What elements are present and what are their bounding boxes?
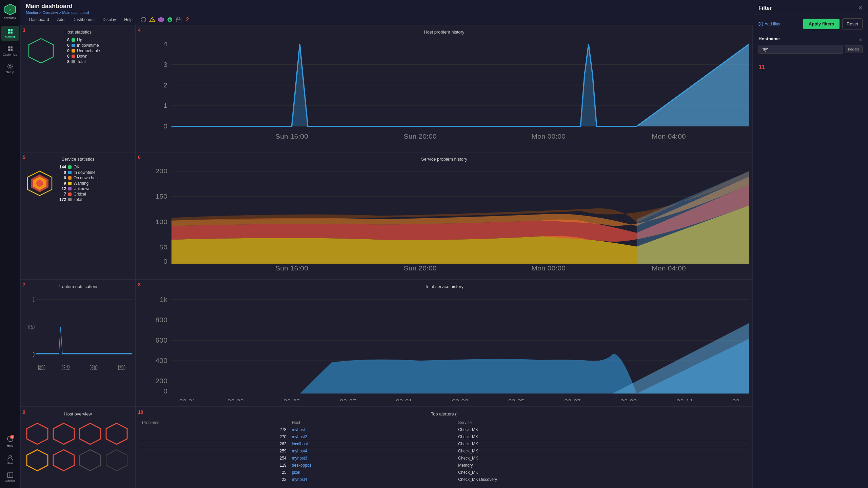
total-service-svg: 1k 800 600 400 200 0 02-21 02-23 02-25 0… bbox=[139, 292, 749, 401]
svg-text:0: 0 bbox=[33, 350, 35, 358]
svg-text:03-03: 03-03 bbox=[452, 398, 468, 401]
sidebar-item-setup[interactable]: Setup bbox=[1, 61, 19, 76]
alerter-service: Check_MK bbox=[455, 441, 749, 448]
monitor-icon bbox=[7, 28, 14, 35]
svg-rect-5 bbox=[11, 32, 13, 34]
svg-marker-97 bbox=[106, 450, 127, 471]
sidebar-item-help[interactable]: ? 6 Help bbox=[1, 433, 19, 449]
hostname-filter-section: Hostname ✕ negate bbox=[753, 33, 868, 57]
nav-icon-green[interactable]: ▶ bbox=[166, 16, 173, 23]
sidebar-item-monitor[interactable]: Monitor bbox=[1, 26, 19, 41]
svc-num-unknown: 12 bbox=[57, 186, 66, 191]
apply-filters-button[interactable]: Apply filters bbox=[803, 19, 840, 29]
alerter-row: 254 myhost3 Check_MK bbox=[139, 455, 749, 462]
host-hex-7[interactable] bbox=[78, 448, 102, 472]
nav-dashboards[interactable]: Dashboards bbox=[69, 16, 98, 23]
alerters-header-row: Problems Host Service bbox=[139, 419, 749, 426]
host-hex-2[interactable] bbox=[52, 422, 76, 446]
alerter-row: 119 deskoppc1 Memory bbox=[139, 462, 749, 469]
svg-text:Sun 16:00: Sun 16:00 bbox=[275, 265, 308, 272]
logo-area: ✓ checkmk bbox=[4, 3, 16, 20]
alerter-host[interactable]: myhost4 bbox=[289, 448, 455, 455]
nav-display[interactable]: Display bbox=[99, 16, 119, 23]
svg-text:03-07: 03-07 bbox=[564, 398, 580, 401]
svg-marker-26 bbox=[29, 39, 53, 63]
filter-close-button[interactable]: ✕ bbox=[858, 5, 863, 11]
service-hex-icon bbox=[26, 170, 53, 197]
alerter-host[interactable]: localhost bbox=[289, 441, 455, 448]
svg-text:800: 800 bbox=[155, 316, 167, 324]
add-filter-button[interactable]: Add filter bbox=[758, 22, 781, 26]
svc-label-ok: OK bbox=[74, 165, 79, 169]
widget-num-9: 9 bbox=[23, 409, 25, 415]
sidebar-item-label: Monitor bbox=[5, 35, 15, 39]
svg-text:600: 600 bbox=[155, 336, 167, 344]
widget-host-history: 4 Host problem history 4 3 2 1 0 bbox=[136, 25, 753, 152]
help-badge-count: 6 bbox=[10, 435, 14, 439]
host-hex-6[interactable] bbox=[52, 448, 76, 472]
hostname-filter-close[interactable]: ✕ bbox=[859, 37, 863, 43]
breadcrumb: Monitor > Overview > Main dashboard bbox=[26, 11, 89, 15]
host-hex-5[interactable] bbox=[25, 448, 49, 472]
page-title: Main dashboard bbox=[26, 3, 73, 10]
svg-marker-93 bbox=[106, 423, 127, 444]
svc-label-ondownhost: On down host bbox=[74, 176, 99, 180]
nav-icon-circle[interactable] bbox=[140, 16, 147, 23]
nav-icon-warning[interactable]: ! bbox=[149, 16, 156, 23]
alerter-host[interactable]: deskoppc1 bbox=[289, 462, 455, 469]
svg-text:03-01: 03-01 bbox=[396, 398, 412, 401]
alerter-problems: 278 bbox=[139, 426, 289, 433]
sidebar-item-user[interactable]: User bbox=[1, 452, 19, 467]
nav-icon-calendar[interactable] bbox=[175, 16, 182, 23]
nav-add[interactable]: Add bbox=[54, 16, 68, 23]
alerter-row: 262 localhost Check_MK bbox=[139, 441, 749, 448]
stat-label-total: Total bbox=[77, 59, 85, 64]
filter-actions: Add filter Apply filters Reset bbox=[753, 15, 868, 33]
host-hex-8[interactable] bbox=[105, 448, 129, 472]
sidebar-item-customize[interactable]: Customize bbox=[1, 43, 19, 58]
svg-text:200: 200 bbox=[155, 168, 167, 175]
hostname-input-row: negate bbox=[758, 45, 863, 54]
filter-header: Filter ✕ bbox=[753, 0, 868, 15]
col-host: Host bbox=[289, 419, 455, 426]
stat-label-up: Up bbox=[77, 38, 82, 42]
sidebar-item-label-customize: Customize bbox=[3, 53, 17, 56]
svg-point-16 bbox=[141, 17, 146, 22]
svg-text:200: 200 bbox=[155, 377, 167, 385]
widget-num-7: 7 bbox=[23, 282, 25, 287]
svc-row-critical: 7 Critical bbox=[57, 191, 130, 197]
col-service: Service bbox=[455, 419, 749, 426]
svg-text:Sun 20:00: Sun 20:00 bbox=[403, 265, 436, 272]
alerter-host[interactable]: myhost3 bbox=[289, 455, 455, 462]
negate-button[interactable]: negate bbox=[845, 45, 863, 53]
alerter-host[interactable]: myhost bbox=[289, 426, 455, 433]
nav-help[interactable]: Help bbox=[121, 16, 136, 23]
reset-button[interactable]: Reset bbox=[842, 18, 863, 29]
alerter-problems: 262 bbox=[139, 441, 289, 448]
nav-icon-purple[interactable] bbox=[158, 16, 164, 23]
svg-text:03-: 03- bbox=[732, 398, 742, 401]
svg-text:03-09: 03-09 bbox=[620, 398, 637, 401]
nav-dashboard[interactable]: Dashboard bbox=[26, 16, 53, 23]
widget-num-5: 5 bbox=[23, 155, 25, 160]
svc-label-warning: Warning bbox=[74, 181, 88, 186]
alerter-service: Check_MK bbox=[455, 455, 749, 462]
nav-icon-number2[interactable]: 2 bbox=[184, 16, 191, 23]
stat-num-down: 0 bbox=[60, 54, 70, 59]
host-overview-hexagons bbox=[24, 419, 132, 475]
alerter-host[interactable]: pixel bbox=[289, 469, 455, 476]
widget-total-service: 8 Total service history 1k 800 600 400 2… bbox=[136, 280, 753, 407]
hostname-input[interactable] bbox=[758, 45, 843, 54]
alerter-row: 25 pixel Check_MK bbox=[139, 469, 749, 476]
host-hex-3[interactable] bbox=[78, 422, 102, 446]
svg-rect-7 bbox=[11, 46, 13, 48]
alerter-host[interactable]: myhost2 bbox=[289, 433, 455, 441]
host-hex-4[interactable] bbox=[105, 422, 129, 446]
svg-marker-95 bbox=[53, 450, 74, 471]
host-hex-1[interactable] bbox=[25, 422, 49, 446]
alerter-host[interactable]: myhost4 bbox=[289, 476, 455, 483]
svg-text:▶: ▶ bbox=[169, 18, 171, 22]
sidebar-item-sidebar[interactable]: Sidebar bbox=[1, 470, 19, 485]
filter-title: Filter bbox=[758, 5, 772, 11]
widget-num-8: 8 bbox=[138, 282, 141, 287]
